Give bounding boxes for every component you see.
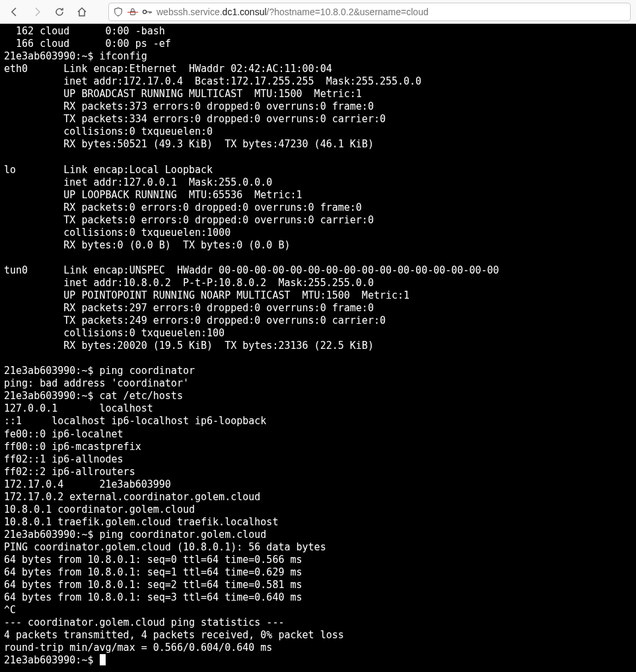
- key-icon[interactable]: [142, 7, 153, 17]
- forward-icon: [32, 7, 42, 17]
- forward-button[interactable]: [28, 3, 46, 21]
- terminal-output[interactable]: 162 cloud 0:00 -bash 166 cloud 0:00 ps -…: [0, 24, 636, 672]
- url-bar[interactable]: webssh.service.dc1.consul/?hostname=10.8…: [108, 3, 631, 21]
- svg-rect-0: [131, 11, 135, 15]
- url-text: webssh.service.dc1.consul/?hostname=10.8…: [157, 7, 626, 17]
- home-button[interactable]: [73, 3, 91, 21]
- back-icon: [9, 7, 20, 17]
- home-icon: [77, 7, 87, 17]
- back-button[interactable]: [5, 3, 24, 21]
- terminal-cursor: [100, 654, 106, 665]
- lock-strike-icon[interactable]: [127, 7, 138, 17]
- browser-toolbar: webssh.service.dc1.consul/?hostname=10.8…: [0, 0, 636, 24]
- shield-icon[interactable]: [113, 7, 124, 17]
- reload-button[interactable]: [50, 3, 69, 21]
- svg-point-1: [143, 10, 146, 13]
- reload-icon: [54, 7, 65, 17]
